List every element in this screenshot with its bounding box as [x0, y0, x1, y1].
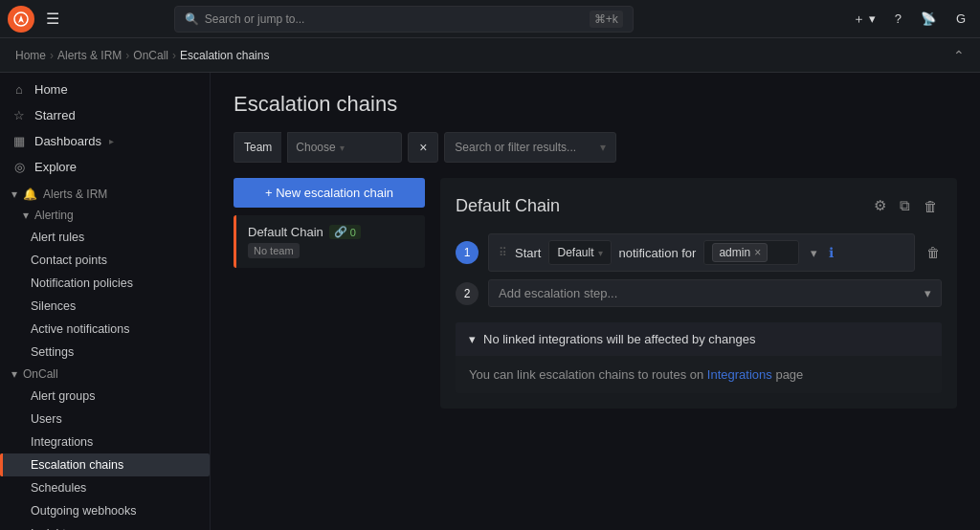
- sidebar-item-schedules[interactable]: Schedules: [0, 476, 210, 499]
- integrations-notice: ▾ No linked integrations will be affecte…: [456, 322, 942, 393]
- team-filter-label: Team: [234, 132, 281, 163]
- explore-icon: ◎: [11, 160, 27, 174]
- chain-settings-button[interactable]: ⚙: [870, 193, 890, 218]
- sidebar-item-alert-groups[interactable]: Alert groups: [0, 385, 210, 408]
- sidebar-alerts-irm-header[interactable]: ▾ 🔔 Alerts & IRM: [0, 184, 210, 205]
- top-nav-actions: ＋ ▾ ? 📡 G: [847, 7, 972, 32]
- content-area: + New escalation chain Default Chain 🔗 0…: [234, 178, 957, 409]
- chain-detail-panel: Default Chain ⚙ ⧉ 🗑 1 ⠿ Start: [440, 178, 957, 409]
- sidebar-item-home[interactable]: ⌂ Home: [0, 77, 210, 102]
- chain-actions: ⚙ ⧉ 🗑: [870, 193, 942, 218]
- filter-search-input[interactable]: Search or filter results... ▾: [444, 132, 616, 163]
- sidebar-item-notification-policies[interactable]: Notification policies: [0, 272, 210, 295]
- breadcrumb-current: Escalation chains: [180, 49, 269, 62]
- notifications-button[interactable]: 📡: [915, 8, 942, 30]
- global-search[interactable]: 🔍 Search or jump to... ⌘+k: [174, 6, 634, 33]
- breadcrumb-collapse-button[interactable]: ⌃: [953, 48, 965, 63]
- search-shortcut: ⌘+k: [590, 11, 623, 28]
- team-filter-select[interactable]: Choose ▾: [287, 132, 402, 163]
- main-layout: ⌂ Home ☆ Starred ▦ Dashboards ▸ ◎ Explor…: [0, 73, 980, 530]
- filter-bar: Team Choose ▾ × Search or filter results…: [234, 132, 957, 163]
- breadcrumb: Home › Alerts & IRM › OnCall › Escalatio…: [0, 38, 980, 73]
- admin-tag: admin ×: [712, 243, 768, 262]
- star-icon: ☆: [11, 108, 27, 122]
- sidebar-item-settings-alerting[interactable]: Settings: [0, 341, 210, 364]
- expand-notify-button[interactable]: ▾: [807, 242, 821, 264]
- step-notify-label: notification for: [619, 246, 697, 260]
- top-nav: ☰ 🔍 Search or jump to... ⌘+k ＋ ▾ ? 📡 G: [0, 0, 980, 38]
- help-button[interactable]: ?: [889, 8, 907, 30]
- sidebar-item-contact-points[interactable]: Contact points: [0, 249, 210, 272]
- chain-item-name: Default Chain: [248, 225, 323, 239]
- breadcrumb-alerts-irm[interactable]: Alerts & IRM: [57, 49, 122, 62]
- sidebar-item-outgoing-webhooks[interactable]: Outgoing webhooks: [0, 499, 210, 522]
- chain-detail-title: Default Chain: [456, 196, 870, 216]
- remove-admin-tag[interactable]: ×: [754, 246, 761, 259]
- step-1-number: 1: [456, 241, 479, 264]
- chain-detail-header: Default Chain ⚙ ⧉ 🗑: [456, 193, 942, 218]
- app-logo: [8, 6, 34, 33]
- search-icon: 🔍: [185, 12, 199, 26]
- step-info-icon[interactable]: ℹ: [829, 245, 834, 260]
- add-step-chevron: ▾: [924, 286, 931, 300]
- breadcrumb-home[interactable]: Home: [15, 49, 46, 62]
- step-type-chevron: ▾: [598, 248, 603, 258]
- notice-header-text: No linked integrations will be affected …: [483, 332, 756, 346]
- escalation-step-2: 2 Add escalation step... ▾: [456, 279, 942, 307]
- notice-chevron-icon: ▾: [469, 332, 476, 346]
- step-2-number: 2: [456, 282, 479, 305]
- sidebar-item-integrations[interactable]: Integrations: [0, 431, 210, 453]
- step-type-select[interactable]: Default ▾: [548, 240, 611, 265]
- chain-delete-button[interactable]: 🗑: [920, 193, 942, 218]
- chain-copy-button[interactable]: ⧉: [896, 193, 914, 218]
- integrations-link[interactable]: Integrations: [707, 367, 772, 382]
- sidebar: ⌂ Home ☆ Starred ▦ Dashboards ▸ ◎ Explor…: [0, 73, 211, 530]
- chain-link-badge: 🔗 0: [329, 225, 361, 239]
- notify-select[interactable]: admin ×: [703, 240, 799, 265]
- no-team-badge: No team: [248, 243, 300, 258]
- sidebar-item-silences[interactable]: Silences: [0, 295, 210, 318]
- sidebar-item-users[interactable]: Users: [0, 408, 210, 431]
- sidebar-item-dashboards[interactable]: ▦ Dashboards ▸: [0, 128, 210, 154]
- sidebar-oncall-header[interactable]: ▾ OnCall: [0, 364, 210, 385]
- search-placeholder: Search or jump to...: [205, 12, 305, 26]
- sidebar-item-insights[interactable]: Insights: [0, 522, 210, 530]
- new-escalation-chain-button[interactable]: + New escalation chain: [234, 178, 425, 208]
- chain-list-item[interactable]: Default Chain 🔗 0 No team: [234, 215, 425, 268]
- sidebar-alerting-header[interactable]: ▾ Alerting: [0, 205, 210, 226]
- hamburger-button[interactable]: ☰: [42, 6, 63, 32]
- team-select-chevron: ▾: [340, 143, 345, 153]
- sidebar-item-escalation-chains[interactable]: Escalation chains: [0, 453, 210, 476]
- user-avatar[interactable]: G: [949, 8, 972, 31]
- add-button[interactable]: ＋ ▾: [847, 7, 881, 32]
- breadcrumb-oncall[interactable]: OnCall: [133, 49, 168, 62]
- integrations-notice-body: You can link escalation chains to routes…: [456, 356, 942, 393]
- alerting-chevron-icon: ▾: [23, 209, 29, 222]
- add-step-button[interactable]: Add escalation step... ▾: [488, 279, 942, 307]
- filter-clear-button[interactable]: ×: [408, 132, 438, 163]
- integrations-notice-header[interactable]: ▾ No linked integrations will be affecte…: [456, 322, 942, 356]
- home-icon: ⌂: [11, 82, 27, 97]
- page-title: Escalation chains: [234, 92, 957, 117]
- step-1-content: ⠿ Start Default ▾ notification for admin…: [488, 233, 915, 272]
- oncall-chevron-icon: ▾: [11, 367, 17, 381]
- sidebar-top-section: ⌂ Home ☆ Starred ▦ Dashboards ▸ ◎ Explor…: [0, 73, 210, 184]
- sidebar-item-alert-rules[interactable]: Alert rules: [0, 226, 210, 249]
- sidebar-item-explore[interactable]: ◎ Explore: [0, 154, 210, 180]
- step-start-label: Start: [515, 246, 541, 260]
- chains-list-panel: + New escalation chain Default Chain 🔗 0…: [234, 178, 425, 409]
- main-content: Escalation chains Team Choose ▾ × Search…: [211, 73, 980, 530]
- escalation-step-1: 1 ⠿ Start Default ▾ notification for adm…: [456, 233, 942, 272]
- bell-icon: 🔔: [23, 188, 37, 201]
- filter-search-chevron: ▾: [600, 141, 606, 154]
- dashboards-icon: ▦: [11, 134, 27, 148]
- sidebar-item-starred[interactable]: ☆ Starred: [0, 102, 210, 128]
- drag-handle[interactable]: ⠿: [499, 246, 507, 259]
- sidebar-item-active-notifications[interactable]: Active notifications: [0, 318, 210, 341]
- link-icon: 🔗: [334, 226, 347, 238]
- delete-step-1-button[interactable]: 🗑: [924, 243, 942, 262]
- chevron-down-icon: ▾: [11, 188, 17, 201]
